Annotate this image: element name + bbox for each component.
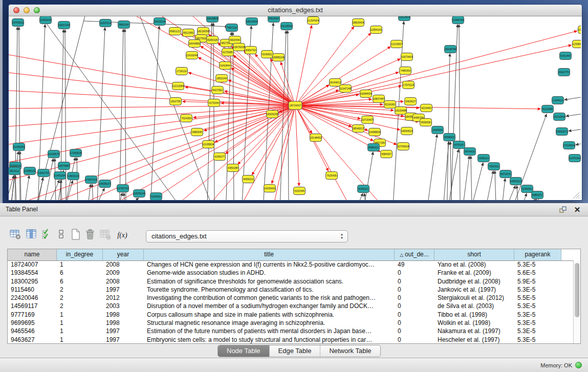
resize-grip-icon[interactable] [572,191,580,199]
row-height-button[interactable] [55,228,69,242]
table-row[interactable]: 1872400712008Changes of HCN gene express… [8,260,573,269]
table-cell[interactable]: 0 [395,294,434,302]
table-cell[interactable]: 2003 [103,302,144,310]
table-cell[interactable]: 9777169 [8,311,57,319]
minimize-button[interactable] [24,7,30,13]
table-cell[interactable]: Changes of HCN gene expression and I(f) … [144,260,395,269]
table-cell[interactable]: Jankovic et al. (1997) [434,286,514,294]
table-row[interactable]: 1938455462009Genome-wide association stu… [8,269,573,277]
table-cell[interactable]: 5.5E-5 [514,294,561,302]
table-cell[interactable]: 0 [395,269,434,277]
table-cell[interactable]: 0 [395,311,434,319]
table-cell[interactable]: Embryonic stem cells: a model to study s… [144,336,395,343]
table-cell[interactable]: 18300295 [8,277,57,286]
table-cell[interactable]: 1 [57,327,103,335]
close-panel-button[interactable]: ✕ [573,205,582,214]
table-cell[interactable]: 1 [57,319,103,327]
table-cell[interactable]: 2 [57,302,103,310]
column-header-year[interactable]: year [103,249,144,260]
window-titlebar[interactable]: citations_edges.txt [9,5,582,16]
table-row[interactable]: 946554611997Estimation of the future num… [8,327,573,335]
table-cell[interactable]: 5.3E-5 [514,336,561,343]
table-cell[interactable]: Franke et al. (2009) [434,269,514,277]
table-cell[interactable]: 1 [57,311,103,319]
column-header-in_degree[interactable]: in_degree [57,249,103,260]
table-cell[interactable]: Corpus callosum shape and size in male p… [144,311,395,319]
table-cell[interactable]: 0 [395,319,434,327]
table-cell[interactable]: 6 [57,269,103,277]
table-cell[interactable]: Wolkin et al. (1998) [434,319,514,327]
table-cell[interactable]: Dudbridge et al. (2008) [434,277,514,286]
table-cell[interactable]: 0 [395,336,434,343]
table-cell[interactable]: 2 [57,294,103,302]
table-cell[interactable]: 1998 [103,319,144,327]
table-cell[interactable]: 5.3E-5 [514,302,561,310]
column-header-name[interactable]: name [8,249,57,260]
column-header-pagerank[interactable]: pagerank [514,249,561,260]
table-cell[interactable]: 5.3E-5 [514,327,561,335]
table-cell[interactable]: 1998 [103,311,144,319]
table-cell[interactable]: 1 [57,260,103,269]
network-window[interactable]: citations_edges.txt 18724007896012289129… [8,4,582,201]
table-cell[interactable]: 0 [395,277,434,286]
table-cell[interactable]: Nakamura et al. (1997) [434,327,514,335]
table-cell[interactable]: 14569117 [8,302,57,310]
table-row[interactable]: 969969511998Structural magnetic resonanc… [8,319,573,327]
table-cell[interactable]: 18724007 [8,260,57,269]
table-cell[interactable]: Genome-wide association studies in ADHD. [144,269,395,277]
table-cell[interactable]: 5.6E-5 [514,269,561,277]
table-cell[interactable]: 2008 [103,277,144,286]
table-cell[interactable]: Estimation of significance thresholds fo… [144,277,395,286]
table-cell[interactable]: Hescheler et al. (1997) [434,336,514,343]
table-cell[interactable]: 49 [395,260,434,269]
table-cell[interactable]: 5.3E-5 [514,319,561,327]
table-row[interactable]: 946362711997Embryonic stem cells: a mode… [8,336,573,343]
column-header-out_de[interactable]: △out_de... [395,249,434,260]
table-cell[interactable]: 0 [395,327,434,335]
table-row[interactable]: 1830029562008Estimation of significance … [8,277,573,286]
table-cell[interactable]: 1 [57,336,103,343]
table-cell[interactable]: 1997 [103,327,144,335]
table-row[interactable]: 977716911998Corpus callosum shape and si… [8,311,573,319]
table-cell[interactable]: 5.9E-5 [514,277,561,286]
column-header-title[interactable]: title [144,249,395,260]
table-row[interactable]: 911546021997Tourette syndrome. Phenomeno… [8,286,573,294]
table-cell[interactable]: 5.3E-5 [514,311,561,319]
table-selector-dropdown[interactable]: citations_edges.txt ▲ ▼ [146,230,348,243]
tab-network-table[interactable]: Network Table [320,345,380,357]
table-cell[interactable]: 2 [57,286,103,294]
import-table-button[interactable] [99,228,113,242]
function-builder-button[interactable]: f(x) [116,228,129,242]
table-row[interactable]: 1456911722003Disruption of a novel membe… [8,302,573,310]
vertical-scrollbar[interactable] [573,260,580,343]
select-columns-button[interactable] [41,228,54,242]
table-cell[interactable]: 9115460 [8,286,57,294]
table-mode-button[interactable] [9,228,23,242]
table-cell[interactable]: 1997 [103,286,144,294]
network-canvas[interactable]: 1872400789601228912955182260589827503165… [9,16,581,200]
table-cell[interactable]: Tibbo et al. (1998) [434,311,514,319]
column-header-short[interactable]: short [434,249,514,260]
delete-columns-button[interactable] [84,228,97,242]
table-cell[interactable]: Investigating the contribution of common… [144,294,395,302]
table-cell[interactable]: 2008 [103,260,144,269]
tab-edge-table[interactable]: Edge Table [270,345,321,357]
table-cell[interactable]: Tourette syndrome. Phenomenology and cla… [144,286,395,294]
table-cell[interactable]: 9699695 [8,319,57,327]
table-cell[interactable]: 5.3E-5 [514,286,561,294]
table-cell[interactable]: 5.3E-5 [514,260,561,269]
float-panel-button[interactable] [558,205,568,214]
table-cell[interactable]: de Silva et al. (2003) [434,302,514,310]
table-cell[interactable]: 19384554 [8,269,57,277]
table-cell[interactable]: 2009 [103,269,144,277]
table-cell[interactable]: Estimation of the future numbers of pati… [144,327,395,335]
table-cell[interactable]: 0 [395,302,434,310]
close-button[interactable] [13,7,19,13]
table-cell[interactable]: 0 [395,286,434,294]
table-cell[interactable]: Disruption of a novel member of a sodium… [144,302,395,310]
zoom-button[interactable] [34,7,40,13]
scrollbar-thumb[interactable] [575,263,579,317]
table-row[interactable]: 2242004622012Investigating the contribut… [8,294,573,302]
table-cell[interactable]: Stergiakouli et al. (2012) [434,294,514,302]
table-cell[interactable]: 1997 [103,336,144,343]
